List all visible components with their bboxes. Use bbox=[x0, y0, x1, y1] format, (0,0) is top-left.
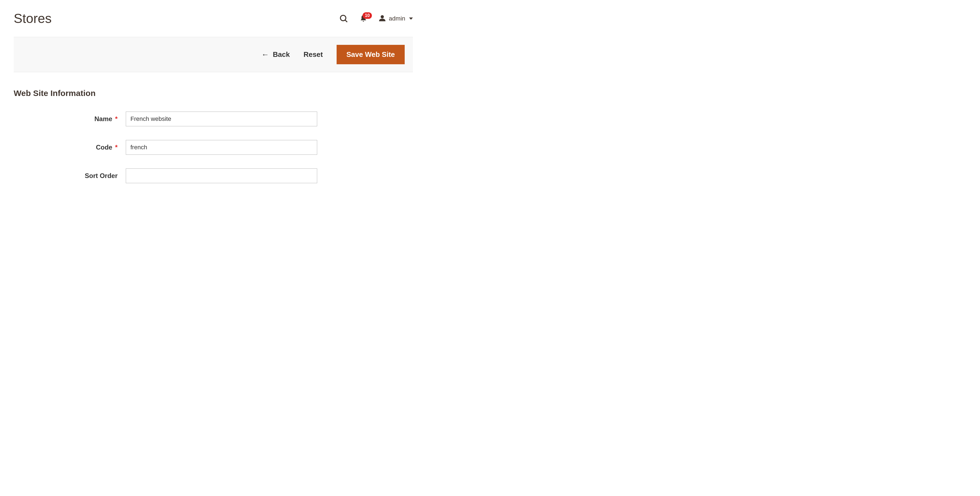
required-mark-icon: * bbox=[115, 143, 118, 151]
form-label-wrap: Code * bbox=[14, 143, 126, 151]
svg-point-2 bbox=[380, 15, 384, 18]
search-icon[interactable] bbox=[339, 14, 348, 23]
website-info-section: Web Site Information Name * Code * Sort … bbox=[14, 89, 413, 183]
action-toolbar: ← Back Reset Save Web Site bbox=[14, 37, 413, 72]
back-button[interactable]: ← Back bbox=[261, 50, 290, 59]
sort-order-label: Sort Order bbox=[85, 172, 118, 180]
required-mark-icon: * bbox=[115, 115, 118, 123]
form-row-name: Name * bbox=[14, 111, 413, 126]
page-container: Stores 10 bbox=[0, 0, 426, 208]
name-label: Name bbox=[94, 115, 112, 123]
form-label-wrap: Name * bbox=[14, 115, 126, 123]
user-icon bbox=[379, 14, 386, 23]
code-label: Code bbox=[96, 143, 112, 151]
form-label-wrap: Sort Order bbox=[14, 172, 126, 180]
svg-line-1 bbox=[345, 20, 347, 22]
form-row-sort-order: Sort Order bbox=[14, 169, 413, 183]
user-name-label: admin bbox=[389, 15, 405, 22]
notifications-icon[interactable]: 10 bbox=[359, 14, 368, 23]
sort-order-input[interactable] bbox=[126, 169, 317, 183]
reset-button[interactable]: Reset bbox=[304, 50, 323, 59]
arrow-left-icon: ← bbox=[261, 50, 269, 59]
back-button-label: Back bbox=[273, 50, 290, 59]
chevron-down-icon bbox=[409, 17, 413, 20]
section-title: Web Site Information bbox=[14, 89, 413, 98]
page-title: Stores bbox=[14, 11, 52, 26]
name-input[interactable] bbox=[126, 111, 317, 126]
save-website-button[interactable]: Save Web Site bbox=[337, 45, 405, 64]
user-menu[interactable]: admin bbox=[379, 14, 413, 23]
page-header: Stores 10 bbox=[14, 11, 413, 26]
svg-point-0 bbox=[340, 15, 346, 21]
code-input[interactable] bbox=[126, 140, 317, 155]
header-actions: 10 admin bbox=[339, 14, 413, 23]
notifications-badge: 10 bbox=[363, 12, 372, 19]
form-row-code: Code * bbox=[14, 140, 413, 155]
